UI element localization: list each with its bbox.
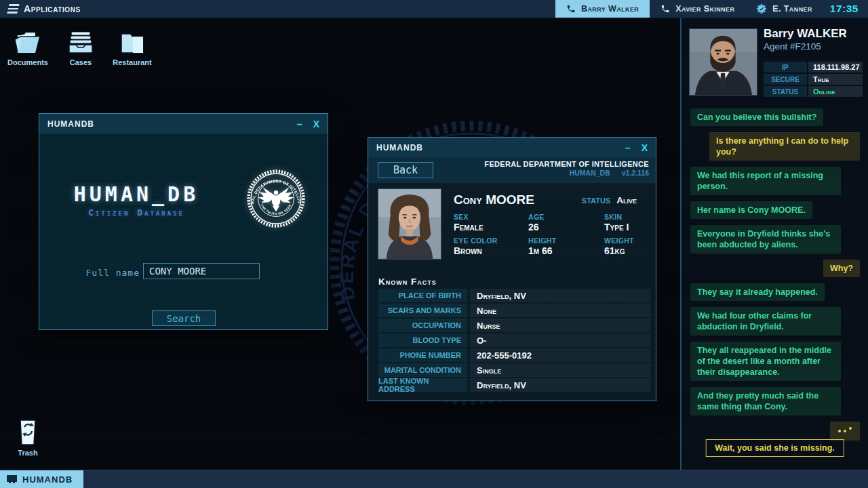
contact-name: E. Tanner bbox=[772, 4, 812, 14]
agency-block: FEDERAL DEPARTMENT OF INTELLIGENCE HUMAN… bbox=[484, 160, 649, 177]
humandb-logo: HUMAN_DB Citizen Database bbox=[39, 182, 233, 218]
desktop-icon-documents[interactable]: Documents bbox=[5, 28, 50, 66]
contact-tab-xavier-skinner[interactable]: Xavier Skinner bbox=[650, 0, 745, 18]
applications-menu[interactable]: Applications bbox=[0, 0, 89, 18]
chat-message: We had four other claims for abduction i… bbox=[690, 307, 841, 336]
contact-tab-e-tanner[interactable]: E. Tanner bbox=[745, 0, 823, 18]
attribute-eye-color: EYE COLOR Brown bbox=[454, 237, 528, 260]
agent-name: Barry WALKER bbox=[764, 27, 847, 41]
typing-indicator bbox=[830, 422, 860, 441]
logo-title: HUMAN_DB bbox=[39, 182, 233, 206]
desktop-icon-label: Restaurant bbox=[110, 58, 155, 66]
attribute-sex: SEX Female bbox=[454, 213, 528, 237]
chat-message: Is there anything I can do to help you? bbox=[709, 132, 860, 161]
game-desktop: Applications Barry Walker Xavier Skinner bbox=[0, 0, 868, 488]
inbox-tray-icon bbox=[65, 28, 96, 56]
chat-message: Why? bbox=[823, 260, 860, 277]
person-status: STATUS Alive bbox=[582, 195, 637, 205]
result-window-body: Cony MOORE STATUS Alive SEX Female AGE 2… bbox=[368, 183, 656, 401]
close-icon[interactable]: X bbox=[642, 143, 648, 152]
person-name: Cony MOORE bbox=[454, 192, 534, 207]
fact-row-last-known-address: LAST KNOWN ADDRESS Dryfield, NV bbox=[378, 378, 650, 392]
attribute-skin: SKIN Type I bbox=[604, 213, 648, 237]
info-row-ip: IP 118.111.98.27 bbox=[764, 62, 863, 73]
full-name-input[interactable] bbox=[143, 263, 260, 279]
fact-row-place-of-birth: PLACE OF BIRTH Dryfield, NV bbox=[378, 289, 650, 302]
full-name-label: Full name bbox=[39, 268, 140, 278]
trash-icon bbox=[14, 418, 41, 446]
status-value: Alive bbox=[616, 195, 637, 205]
status-label: STATUS bbox=[582, 197, 610, 205]
chat-message: We had this report of a missing person. bbox=[690, 167, 841, 195]
phone-icon bbox=[566, 4, 576, 14]
search-button[interactable]: Search bbox=[152, 310, 216, 326]
search-window-body: HUMAN_DB Citizen Database FEDERAL DEPART… bbox=[39, 134, 328, 331]
applications-label: Applications bbox=[24, 3, 81, 14]
app-version: v1.2.116 bbox=[622, 169, 649, 177]
search-window-titlebar[interactable]: HUMANDB – X bbox=[39, 114, 328, 134]
attribute-height: HEIGHT 1m 66 bbox=[528, 237, 604, 260]
chat-message: They all reappeared in the middle of the… bbox=[690, 342, 841, 381]
minimize-icon[interactable]: – bbox=[625, 143, 631, 152]
known-facts-heading: Known Facts bbox=[378, 277, 437, 287]
chat-message: And they pretty much said the same thing… bbox=[690, 387, 841, 415]
hamburger-icon bbox=[7, 4, 19, 14]
badge-icon bbox=[756, 3, 767, 14]
desktop-icon-cases[interactable]: Cases bbox=[58, 28, 103, 66]
desktop-icon-label: Trash bbox=[5, 449, 50, 457]
attribute-age: AGE 26 bbox=[528, 213, 604, 237]
taskbar-item-humandb[interactable]: HUMANDB bbox=[0, 470, 83, 488]
desktop-icon-trash[interactable]: Trash bbox=[5, 418, 50, 457]
desktop-icon-restaurant[interactable]: Restaurant bbox=[110, 28, 155, 66]
chat-message: Can you believe this bullshit? bbox=[690, 108, 823, 126]
taskbar: HUMANDB bbox=[0, 470, 868, 488]
chat-message: Everyone in Dryfield thinks she's been a… bbox=[690, 225, 841, 253]
contact-name: Xavier Skinner bbox=[675, 4, 734, 14]
result-window-header: Back FEDERAL DEPARTMENT OF INTELLIGENCE … bbox=[368, 157, 656, 183]
fact-row-occupation: OCCUPATION Nurse bbox=[378, 319, 650, 332]
desktop-icon-label: Cases bbox=[58, 58, 103, 66]
contacts-bar: Barry Walker Xavier Skinner E. Tanner 17… bbox=[555, 0, 868, 18]
chat-message: They say it already happened. bbox=[690, 283, 825, 301]
agent-id: Agent #F2105 bbox=[764, 41, 821, 52]
call-sidebar: Barry WALKER Agent #F2105 IP 118.111.98.… bbox=[680, 18, 868, 470]
back-button[interactable]: Back bbox=[378, 162, 433, 178]
result-window-titlebar[interactable]: HUMANDB – X bbox=[368, 138, 656, 157]
info-row-status: STATUS Online bbox=[764, 86, 863, 97]
attribute-weight: WEIGHT 61kg bbox=[604, 237, 648, 260]
reply-option-button[interactable]: Wait, you said she is missing. bbox=[705, 439, 844, 457]
app-name: HUMAN_DB bbox=[570, 169, 610, 177]
phone-icon bbox=[660, 4, 670, 14]
agency-name: FEDERAL DEPARTMENT OF INTELLIGENCE bbox=[484, 160, 649, 168]
cony-moore-photo bbox=[378, 188, 441, 260]
logo-subtitle: Citizen Database bbox=[39, 207, 233, 218]
contact-name: Barry Walker bbox=[581, 4, 639, 14]
agent-info-table: IP 118.111.98.27 SECURE True STATUS Onli… bbox=[764, 62, 863, 97]
fact-row-marital-condition: MARITAL CONDITION Single bbox=[378, 363, 650, 377]
taskbar-item-label: HUMANDB bbox=[22, 474, 73, 485]
window-title: HUMANDB bbox=[47, 119, 94, 129]
fact-row-phone-number: PHONE NUMBER 202-555-0192 bbox=[378, 348, 650, 362]
close-icon[interactable]: X bbox=[313, 119, 319, 129]
folder-icon bbox=[117, 28, 148, 56]
clock: 17:35 bbox=[823, 0, 868, 18]
fact-row-scars-and-marks: SCARS AND MARKS None bbox=[378, 304, 650, 317]
window-icon bbox=[6, 474, 18, 484]
open-folder-icon bbox=[12, 28, 43, 56]
barry-walker-photo bbox=[689, 28, 757, 96]
chat-thread: Can you believe this bullshit? Is there … bbox=[690, 108, 860, 441]
agency-seal-icon: FEDERAL DEPARTMENT OF INTELLIGENCE ★ THE… bbox=[246, 169, 306, 228]
minimize-icon[interactable]: – bbox=[297, 119, 302, 129]
person-attributes: SEX Female AGE 26 SKIN Type I EYE COLOR … bbox=[454, 213, 648, 260]
humandb-result-window: HUMANDB – X Back FEDERAL DEPARTMENT OF I… bbox=[368, 137, 656, 401]
window-title: HUMANDB bbox=[376, 143, 423, 152]
fact-row-blood-type: BLOOD TYPE O- bbox=[378, 333, 650, 347]
contact-tab-barry-walker[interactable]: Barry Walker bbox=[555, 0, 650, 18]
info-row-secure: SECURE True bbox=[764, 74, 863, 85]
known-facts-table: PLACE OF BIRTH Dryfield, NV SCARS AND MA… bbox=[378, 289, 650, 392]
chat-message: Her name is Cony MOORE. bbox=[690, 201, 812, 219]
desktop-icon-label: Documents bbox=[5, 58, 50, 66]
top-menubar: Applications Barry Walker Xavier Skinner bbox=[0, 0, 868, 18]
humandb-search-window: HUMANDB – X HUMAN_DB Citizen Database bbox=[39, 113, 328, 330]
